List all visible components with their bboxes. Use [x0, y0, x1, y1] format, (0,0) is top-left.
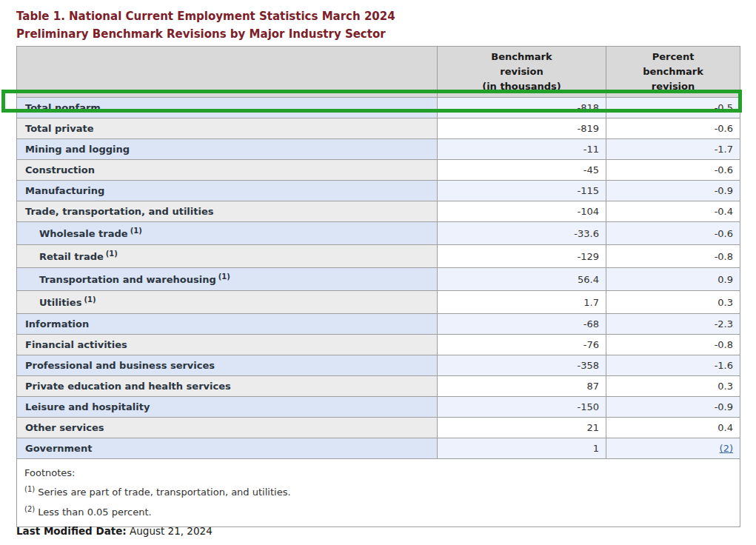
- percent-revision-value: -1.7: [606, 139, 740, 160]
- industry-label: Information: [25, 318, 89, 330]
- benchmark-revision-value: -45: [438, 160, 606, 181]
- footnote-2-marker: (2): [24, 505, 35, 513]
- header-percent-line2: benchmark: [643, 66, 703, 77]
- last-modified-value: August 21, 2024: [130, 525, 213, 537]
- industry-label-cell: Manufacturing: [17, 181, 438, 201]
- last-modified-label: Last Modified Date:: [16, 525, 127, 537]
- footnotes-heading: Footnotes:: [24, 465, 732, 481]
- industry-label-cell: Total nonfarm: [17, 98, 438, 118]
- header-benchmark-line3: (in thousands): [482, 81, 561, 92]
- footnote-2: (2) Less than 0.05 percent.: [24, 501, 732, 521]
- header-row: Benchmark revision (in thousands) Percen…: [17, 47, 740, 98]
- footnote-1-text: Series are part of trade, transportation…: [38, 487, 290, 498]
- industry-label-cell: Other services: [17, 418, 438, 438]
- industry-label-cell: Mining and logging: [17, 139, 438, 160]
- footnote-2-link[interactable]: (2): [720, 443, 733, 454]
- industry-label-cell: Information: [17, 314, 438, 335]
- benchmark-revision-value: -129: [438, 245, 606, 268]
- table-row: Professional and business services -358 …: [17, 355, 740, 376]
- industry-label-cell: Wholesale trade(1): [17, 222, 438, 245]
- percent-revision-value: (2): [606, 438, 740, 459]
- benchmark-revision-value: -33.6: [438, 222, 606, 245]
- percent-revision-value: -0.9: [606, 397, 740, 418]
- industry-label: Other services: [25, 422, 104, 433]
- footnote-2-text: Less than 0.05 percent.: [38, 506, 151, 518]
- industry-label-cell: Private education and health services: [17, 376, 438, 397]
- footnotes-row: Footnotes: (1) Series are part of trade,…: [17, 459, 740, 527]
- benchmark-revision-value: -11: [438, 139, 606, 160]
- benchmark-revision-value: 1: [438, 438, 606, 459]
- table-title: Table 1. National Current Employment Sta…: [16, 7, 395, 43]
- industry-label: Private education and health services: [25, 381, 231, 392]
- header-benchmark-line1: Benchmark: [491, 51, 552, 62]
- industry-label-cell: Government: [17, 438, 438, 459]
- footnote-1-marker: (1): [24, 485, 35, 493]
- industry-label: Retail trade: [39, 251, 104, 262]
- table-row: Transportation and warehousing(1) 56.4 0…: [17, 268, 740, 291]
- table-title-line2: Preliminary Benchmark Revisions by Major…: [16, 25, 395, 43]
- industry-label: Construction: [25, 164, 95, 175]
- percent-revision-value: -0.6: [606, 160, 740, 181]
- industry-label: Leisure and hospitality: [25, 401, 150, 412]
- industry-label: Financial activities: [25, 339, 127, 350]
- table-row: Total private -819 -0.6: [17, 118, 740, 139]
- table-row: Leisure and hospitality -150 -0.9: [17, 397, 740, 418]
- table-row: Retail trade(1) -129 -0.8: [17, 245, 740, 268]
- benchmark-revision-value: -819: [438, 118, 606, 139]
- percent-revision-value: 0.9: [606, 268, 740, 291]
- footnote-ref: (1): [84, 295, 96, 304]
- footnote-1: (1) Series are part of trade, transporta…: [24, 481, 732, 501]
- industry-label-cell: Trade, transportation, and utilities: [17, 201, 438, 222]
- percent-revision-value: -0.8: [606, 335, 740, 355]
- percent-revision-value: -0.4: [606, 201, 740, 222]
- table-row: Construction -45 -0.6: [17, 160, 740, 181]
- table-row: Mining and logging -11 -1.7: [17, 139, 740, 160]
- benchmark-revision-value: -68: [438, 314, 606, 335]
- table-row: Other services 21 0.4: [17, 418, 740, 438]
- table-row: Financial activities -76 -0.8: [17, 335, 740, 355]
- industry-label: Total private: [25, 123, 94, 134]
- industry-label: Trade, transportation, and utilities: [25, 206, 213, 217]
- table-row: Information -68 -2.3: [17, 314, 740, 335]
- header-industry-cell: [17, 47, 438, 98]
- table-title-line1: Table 1. National Current Employment Sta…: [16, 7, 395, 25]
- footnote-ref: (1): [106, 250, 118, 258]
- industry-label-cell: Financial activities: [17, 335, 438, 355]
- industry-label: Professional and business services: [25, 360, 215, 371]
- header-benchmark-line2: revision: [500, 66, 543, 77]
- benchmark-revision-value: -818: [438, 98, 606, 118]
- table-row: Private education and health services 87…: [17, 376, 740, 397]
- industry-label: Government: [25, 443, 92, 454]
- page: Table 1. National Current Employment Sta…: [0, 0, 756, 545]
- footnote-ref: (1): [130, 227, 142, 235]
- benchmark-revisions-table-wrap: Benchmark revision (in thousands) Percen…: [16, 46, 740, 527]
- table-row: Manufacturing -115 -0.9: [17, 181, 740, 201]
- percent-revision-value: -0.5: [606, 98, 740, 118]
- benchmark-revision-value: 21: [438, 418, 606, 438]
- benchmark-revision-value: -76: [438, 335, 606, 355]
- percent-revision-value: -0.6: [606, 222, 740, 245]
- header-percent-line3: revision: [652, 81, 695, 92]
- percent-revision-value: 0.3: [606, 291, 740, 314]
- last-modified: Last Modified Date: August 21, 2024: [16, 525, 213, 537]
- industry-label: Utilities: [39, 297, 81, 308]
- industry-label: Total nonfarm: [25, 102, 101, 113]
- percent-revision-value: -0.8: [606, 245, 740, 268]
- footnotes-cell: Footnotes: (1) Series are part of trade,…: [17, 459, 740, 527]
- header-benchmark-revision: Benchmark revision (in thousands): [438, 47, 606, 98]
- percent-revision-value: -2.3: [606, 314, 740, 335]
- table-row: Total nonfarm -818 -0.5: [17, 98, 740, 118]
- industry-label: Wholesale trade: [39, 228, 128, 239]
- industry-label: Manufacturing: [25, 185, 104, 196]
- benchmark-revision-value: -150: [438, 397, 606, 418]
- table-row: Trade, transportation, and utilities -10…: [17, 201, 740, 222]
- industry-label-cell: Leisure and hospitality: [17, 397, 438, 418]
- table-row: Utilities(1) 1.7 0.3: [17, 291, 740, 314]
- percent-revision-value: 0.4: [606, 418, 740, 438]
- benchmark-revision-value: -104: [438, 201, 606, 222]
- header-percent-revision: Percent benchmark revision: [606, 47, 740, 98]
- benchmark-revision-value: 1.7: [438, 291, 606, 314]
- benchmark-revision-value: -358: [438, 355, 606, 376]
- percent-revision-value: 0.3: [606, 376, 740, 397]
- percent-revision-value: -1.6: [606, 355, 740, 376]
